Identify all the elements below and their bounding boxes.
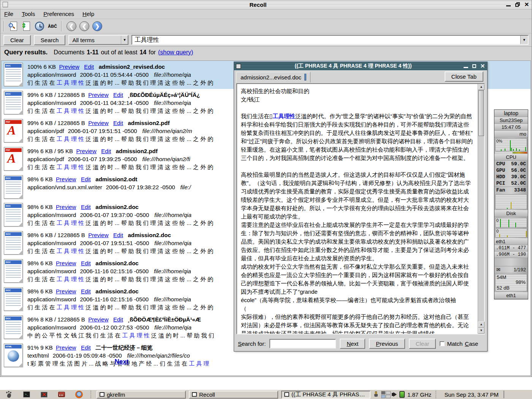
term-explorer-icon[interactable]: ÂBĈ (47, 21, 58, 32)
results-header: Query results. Documents 1-11 out of at … (0, 46, 532, 58)
preview-window-menu-icon[interactable] (236, 64, 241, 69)
edit-link[interactable]: Edit (81, 260, 91, 266)
preview-maximize-button[interactable] (472, 63, 477, 69)
preview-link[interactable]: Preview (56, 176, 76, 182)
search-mode-select[interactable]: All terms ▼ (68, 35, 128, 45)
window-button-label: ((工 PHRASE 4 具 PHRASE ... (291, 391, 367, 398)
firefox-icon[interactable] (71, 390, 87, 399)
power-plug-icon[interactable] (374, 391, 378, 397)
preview-link[interactable]: Preview (56, 344, 76, 351)
match-case-checkbox[interactable] (440, 341, 445, 346)
mail-row[interactable]: ✉ 1/192 (494, 266, 528, 273)
next-page-button[interactable]: ❯ (92, 21, 103, 32)
preview-link[interactable]: Preview (88, 92, 108, 98)
gkrellm-bottom-label[interactable]: eth1 (494, 292, 528, 299)
disk-section-label[interactable]: Disk (494, 210, 528, 217)
maximize-button[interactable] (515, 2, 520, 7)
taskbar-window-button[interactable]: ((工 PHRASE 4 具 PHRASE ... (281, 391, 370, 399)
edit-link[interactable]: Edit (81, 344, 91, 351)
preview-minimize-button[interactable] (463, 63, 469, 69)
find-clear-button[interactable]: Clear (409, 339, 436, 349)
preview-link[interactable]: Preview (56, 260, 76, 266)
cpu-frequency-icon[interactable] (399, 391, 405, 398)
show-query-link[interactable]: (show query) (158, 49, 193, 56)
lock-display-icon[interactable]: ✕ (36, 390, 52, 399)
edit-link[interactable]: Edit (113, 232, 123, 238)
recoll-titlebar[interactable]: Recoll ✕ (0, 0, 532, 9)
terminal-icon[interactable]: >_ (19, 390, 34, 399)
cpu-section-label[interactable]: CPU (494, 154, 528, 161)
cpu-activity-chart[interactable]: 0% (495, 138, 527, 151)
edit-link[interactable]: Edit (113, 92, 123, 98)
preview-link[interactable]: Preview (76, 148, 96, 154)
preview-doc-icon[interactable] (8, 21, 19, 32)
speaker-icon[interactable] (393, 392, 397, 397)
find-next-button[interactable]: Next (340, 339, 365, 349)
preview-link[interactable]: Preview (88, 232, 108, 238)
edit-link[interactable]: Edit (101, 148, 111, 154)
gkrellm-date[interactable]: Sun23Sep (494, 117, 528, 124)
window-menu-icon[interactable] (3, 2, 8, 7)
scroll-down-icon[interactable]: ▼ (478, 328, 484, 334)
eth-section-label[interactable]: eth1 (494, 238, 528, 245)
chevron-down-icon[interactable]: ▼ (121, 36, 128, 44)
result-url: file:///home/qia (154, 324, 192, 331)
gkrellm-hostname[interactable]: laptop (494, 110, 528, 117)
edit-link[interactable]: Edit (113, 120, 123, 126)
sensor-value: 39.0C (511, 174, 526, 180)
edit-link[interactable]: Edit (81, 176, 91, 182)
taskbar-clock[interactable]: Sun Sep 23, 3:47 PM (444, 391, 499, 398)
preview-window-title: ((工 PHRASE 4 具 PHRASE 4 理 PHRASE 4 性)) (243, 63, 463, 70)
search-input[interactable] (132, 36, 520, 44)
preview-window: ((工 PHRASE 4 具 PHRASE 4 理 PHRASE 4 性)) ✕… (234, 62, 488, 352)
workspace-pager[interactable] (381, 391, 391, 398)
menu-file[interactable]: File (4, 11, 13, 17)
prev-page-button[interactable]: ❮ (79, 21, 90, 32)
preview-tabbar: admission2...evised.doc Close Tab (234, 70, 487, 82)
preview-link[interactable]: Preview (88, 120, 108, 126)
edit-link[interactable]: Edit (84, 63, 94, 70)
taskbar-window-button[interactable]: Recoll (189, 391, 278, 399)
preview-close-button[interactable]: ✕ (480, 63, 485, 69)
preview-scrollbar[interactable]: ▲ ▲ ▼ (478, 84, 484, 334)
fan-chart[interactable] (495, 194, 527, 209)
preview-link[interactable]: Preview (56, 288, 76, 294)
edit-link[interactable]: Edit (81, 288, 91, 294)
gkrellm-time[interactable]: 15:47 05 (494, 124, 528, 131)
next-page-link[interactable]: Next (2, 358, 242, 366)
preview-document-text[interactable]: 高校招生的社会功能和目的 文/钱江 我们生活在▯工具理性泛滥的时代。作为“世之显… (237, 84, 478, 334)
preview-tab[interactable]: admission2...evised.doc (236, 72, 310, 82)
scroll-thumb[interactable] (478, 90, 484, 136)
uptime-volume-panel[interactable]: 54M 98% 52 dB (495, 274, 527, 291)
typewriter-icon[interactable] (54, 390, 69, 399)
preview-titlebar[interactable]: ((工 PHRASE 4 具 PHRASE 4 理 PHRASE 4 性)) ✕ (234, 62, 487, 70)
scroll-up2-icon[interactable]: ▲ (478, 321, 484, 328)
preview-link[interactable]: Preview (56, 204, 76, 210)
sort-by-date-clock-icon[interactable] (34, 21, 45, 32)
close-button[interactable]: ✕ (524, 2, 529, 7)
clear-button[interactable]: Clear (3, 35, 31, 45)
sensor-row: GPU 56.0C (494, 167, 528, 174)
edit-link[interactable]: Edit (81, 204, 91, 210)
preview-link[interactable]: Preview (59, 63, 79, 70)
first-page-button[interactable]: ❮ (66, 21, 77, 32)
minimize-button[interactable] (506, 2, 511, 7)
sort-doc-icon[interactable]: ⇕ (21, 21, 32, 32)
menu-preferences[interactable]: Preferences (43, 11, 74, 17)
find-previous-button[interactable]: Previous (369, 339, 405, 349)
scroll-up-icon[interactable]: ▲ (478, 84, 484, 90)
find-input[interactable] (269, 339, 336, 348)
disk-chart-1[interactable]: 0 (495, 218, 527, 228)
menu-tools[interactable]: Tools (22, 11, 35, 17)
gnome-menu-icon[interactable] (2, 390, 17, 399)
disk-chart-2[interactable]: 0 (495, 228, 527, 238)
query-history-dropdown-icon[interactable]: ▼ (520, 36, 528, 44)
result-mime: application/msword (27, 100, 76, 106)
taskbar-window-button[interactable]: gkrellm (97, 391, 186, 399)
edit-link[interactable]: Edit (113, 316, 123, 323)
close-tab-button[interactable]: Close Tab (445, 71, 483, 82)
result-date: 2006-11-16 02:15:16 -0500 (80, 268, 149, 274)
search-button[interactable]: Search (34, 35, 66, 45)
menu-help[interactable]: Help (82, 11, 94, 17)
preview-link[interactable]: Preview (88, 316, 108, 323)
